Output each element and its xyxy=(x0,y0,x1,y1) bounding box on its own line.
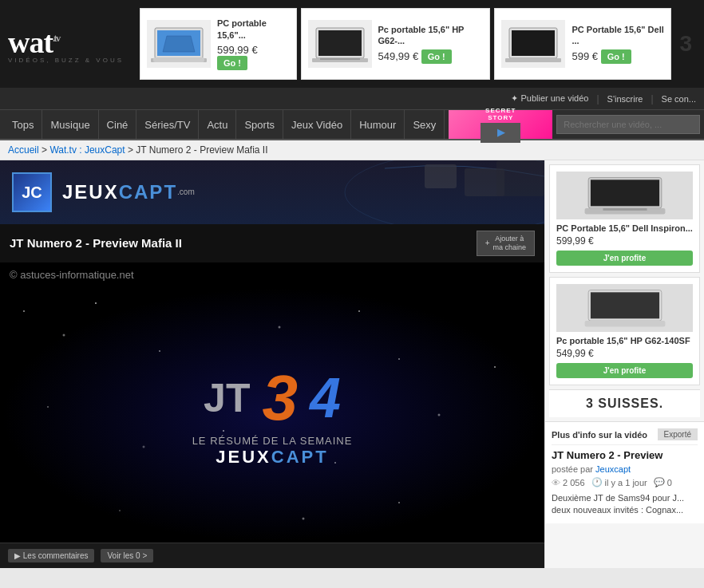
nav-item-sports[interactable]: Sports xyxy=(236,110,283,139)
profite-btn-1[interactable]: J'en profite xyxy=(556,251,693,266)
sidebar-ad-price-1: 599,99 € xyxy=(556,235,693,247)
comments-button[interactable]: ▶ Les commentaires xyxy=(8,549,94,562)
breadcrumb-channel[interactable]: Wat.tv : JeuxCapt xyxy=(49,144,125,156)
jt-subtitle: LE RÉSUMÉ DE LA SEMAINE xyxy=(192,435,353,447)
video-title: JT Numero 2 - Preview Mafia II xyxy=(10,236,182,250)
nav-item-sexy[interactable]: Sexy xyxy=(405,110,445,139)
sidebar-laptop-icon-1 xyxy=(577,174,673,218)
breadcrumb-home[interactable]: Accueil xyxy=(8,144,39,156)
sidebar-laptop-icon-2 xyxy=(577,286,673,330)
profite-btn-2[interactable]: J'en profite xyxy=(556,363,693,378)
breadcrumb: Accueil > Wat.tv : JeuxCapt > JT Numero … xyxy=(0,140,704,160)
header: wat.tv VIDÉOS, BUZZ & VOUS PC portable xyxy=(0,0,704,88)
header-ad-2: Pc portable 15,6" HP G62-... 549,99 € Go… xyxy=(301,8,491,80)
ad-image-2 xyxy=(308,20,372,68)
export-button[interactable]: Exporté xyxy=(658,428,698,440)
svg-point-30 xyxy=(119,510,121,511)
sidebar-brand: 3 SUISSES. xyxy=(549,389,700,417)
svg-point-31 xyxy=(303,517,305,519)
channel-header: JC JEUXCAPT.com xyxy=(0,160,544,224)
breadcrumb-current: JT Numero 2 - Preview Mafia II xyxy=(136,144,267,156)
watermark-text: © astuces-informatique.net xyxy=(10,269,134,281)
ad-go-btn-2[interactable]: Go ! xyxy=(421,49,452,64)
publish-video-link[interactable]: ✦ Publier une vidéo xyxy=(511,93,588,104)
svg-point-20 xyxy=(159,350,160,352)
svg-marker-4 xyxy=(163,36,195,52)
header-ad-1: PC portable 15,6"... 599,99 € Go ! xyxy=(140,8,297,80)
posted-by: postée par Jeuxcapt xyxy=(552,464,698,474)
ad-text-2: Pc portable 15,6" HP G62-... 549,99 € Go… xyxy=(378,24,484,65)
svg-rect-36 xyxy=(603,208,647,211)
ad-title-3: PC Portable 15,6" Dell ... xyxy=(572,24,664,47)
jt-text: JT xyxy=(204,375,250,421)
svg-rect-7 xyxy=(318,30,362,56)
ad-price-3: 599 € Go ! xyxy=(572,49,664,64)
svg-rect-16 xyxy=(496,160,544,196)
svg-point-21 xyxy=(279,326,281,328)
top-bar: ✦ Publier une vidéo | S'inscrire | Se co… xyxy=(0,88,704,110)
stats-row: 👁 2 056 🕐 il y a 1 jour 💬 0 xyxy=(552,477,698,487)
nav-item-cine[interactable]: Ciné xyxy=(99,110,137,139)
nav-item-musique[interactable]: Musique xyxy=(42,110,98,139)
video-content: JT 3 4 LE RÉSUMÉ DE LA SEMAINE JEUXCAPT xyxy=(192,361,353,468)
svg-point-29 xyxy=(494,366,496,368)
svg-point-18 xyxy=(63,333,65,336)
laptop-icon-1 xyxy=(151,24,207,64)
nav-item-humour[interactable]: Humour xyxy=(351,110,405,139)
sidebar-ad-title-2: Pc portable 15,6" HP G62-140SF xyxy=(556,336,693,345)
register-link[interactable]: S'inscrire xyxy=(607,94,643,104)
video-title-bar: JT Numero 2 - Preview Mafia II + Ajouter… xyxy=(0,224,544,262)
logo-text: wat xyxy=(8,26,53,59)
nav-item-series[interactable]: Séries/TV xyxy=(136,110,199,139)
video-section: JC JEUXCAPT.com JT Numero 2 - xyxy=(0,160,544,568)
video-description: Deuxième JT de Sams94 pour J... deux nou… xyxy=(552,492,698,517)
nav-item-tops[interactable]: Tops xyxy=(4,110,42,139)
sidebar: PC Portable 15,6" Dell Inspiron... 599,9… xyxy=(544,160,704,568)
video-controls: ▶ Les commentaires Voir les 0 > xyxy=(0,543,544,568)
main-content: JC JEUXCAPT.com JT Numero 2 - xyxy=(0,160,704,568)
nav-item-jeux[interactable]: Jeux Vidéo xyxy=(283,110,351,139)
laptop-icon-3 xyxy=(505,24,561,64)
svg-rect-5 xyxy=(153,57,204,62)
clock-icon: 🕐 xyxy=(591,477,603,487)
sidebar-ad-img-1 xyxy=(556,172,693,219)
comments-stat: 💬 0 xyxy=(654,477,672,487)
sidebar-ad-price-2: 549,99 € xyxy=(556,348,693,359)
video-info-panel: Plus d'info sur la vidéo Exporté JT Nume… xyxy=(545,421,704,523)
comment-icon: 💬 xyxy=(654,477,665,487)
add-chain-button[interactable]: + Ajouter àma chaine xyxy=(477,231,535,256)
svg-rect-12 xyxy=(505,58,561,62)
ad-text-1: PC portable 15,6"... 599,99 € Go ! xyxy=(217,18,290,70)
svg-rect-34 xyxy=(590,180,659,206)
search-input[interactable] xyxy=(556,115,700,134)
svg-rect-9 xyxy=(320,58,360,60)
site-logo[interactable]: wat.tv xyxy=(8,25,59,60)
svg-point-32 xyxy=(398,502,400,503)
poster-link[interactable]: Jeuxcapt xyxy=(595,464,631,474)
video-player[interactable]: JT 3 4 LE RÉSUMÉ DE LA SEMAINE JEUXCAPT xyxy=(0,287,544,543)
svg-rect-11 xyxy=(512,30,555,56)
nav-item-actu[interactable]: Actu xyxy=(199,110,236,139)
brand-left: JEUX xyxy=(62,181,119,203)
logo-tv: .tv xyxy=(53,32,59,44)
svg-point-22 xyxy=(358,310,360,312)
eye-icon: 👁 xyxy=(552,478,560,487)
sidebar-ads: PC Portable 15,6" Dell Inspiron... 599,9… xyxy=(545,160,704,421)
svg-rect-14 xyxy=(425,164,457,188)
svg-point-28 xyxy=(438,413,441,416)
sidebar-ad-title-1: PC Portable 15,6" Dell Inspiron... xyxy=(556,223,693,233)
voir-button[interactable]: Voir les 0 > xyxy=(101,549,153,562)
header-ads: PC portable 15,6"... 599,99 € Go ! Pc po… xyxy=(140,8,696,80)
ad-go-btn-1[interactable]: Go ! xyxy=(217,56,247,70)
sidebar-ad-2: Pc portable 15,6" HP G62-140SF 549,99 € … xyxy=(549,277,700,385)
ad-text-3: PC Portable 15,6" Dell ... 599 € Go ! xyxy=(572,24,664,65)
ad-price-2: 549,99 € Go ! xyxy=(378,49,484,64)
jc-logo-text: JC xyxy=(22,184,42,202)
search-bar xyxy=(556,115,700,134)
ad-go-btn-3[interactable]: Go ! xyxy=(601,49,631,64)
sidebar-ad-img-2 xyxy=(556,284,693,332)
connect-link[interactable]: Se con... xyxy=(662,94,696,104)
secret-story-banner[interactable]: SECRET STORY ▶ xyxy=(449,110,552,139)
info-bar: Plus d'info sur la vidéo Exporté xyxy=(552,428,698,445)
jt-logo: JT 3 4 xyxy=(192,361,353,435)
